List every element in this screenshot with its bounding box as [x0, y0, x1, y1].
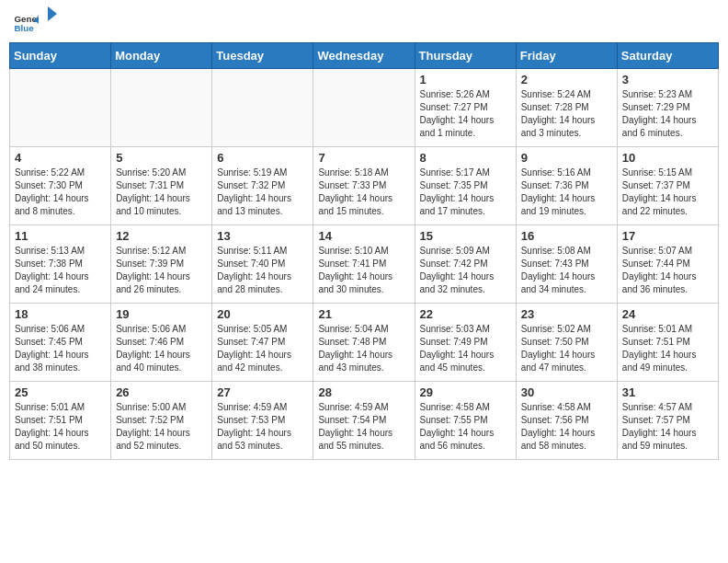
day-info: Sunrise: 5:06 AMSunset: 7:45 PMDaylight:…	[15, 323, 106, 374]
day-info: Sunrise: 5:06 AMSunset: 7:46 PMDaylight:…	[116, 323, 207, 374]
day-cell: 17Sunrise: 5:07 AMSunset: 7:44 PMDayligh…	[617, 225, 718, 304]
day-number: 25	[15, 385, 106, 399]
day-info: Sunrise: 4:59 AMSunset: 7:53 PMDaylight:…	[217, 401, 308, 453]
week-row-2: 4Sunrise: 5:22 AMSunset: 7:30 PMDaylight…	[10, 147, 719, 225]
day-cell: 10Sunrise: 5:15 AMSunset: 7:37 PMDayligh…	[617, 147, 718, 225]
day-info: Sunrise: 4:58 AMSunset: 7:55 PMDaylight:…	[420, 401, 511, 453]
day-cell: 23Sunrise: 5:02 AMSunset: 7:50 PMDayligh…	[516, 304, 617, 382]
day-info: Sunrise: 5:05 AMSunset: 7:47 PMDaylight:…	[217, 323, 308, 374]
day-cell: 26Sunrise: 5:00 AMSunset: 7:52 PMDayligh…	[111, 382, 212, 460]
day-header-sunday: Sunday	[10, 43, 111, 69]
svg-marker-3	[48, 6, 57, 21]
day-cell: 9Sunrise: 5:16 AMSunset: 7:36 PMDaylight…	[516, 147, 617, 225]
day-cell: 24Sunrise: 5:01 AMSunset: 7:51 PMDayligh…	[617, 304, 718, 382]
day-info: Sunrise: 5:26 AMSunset: 7:27 PMDaylight:…	[420, 88, 511, 140]
day-number: 17	[622, 229, 713, 243]
day-number: 29	[420, 385, 511, 399]
day-cell	[313, 69, 415, 147]
day-number: 19	[116, 307, 207, 321]
day-cell: 5Sunrise: 5:20 AMSunset: 7:31 PMDaylight…	[111, 147, 212, 225]
day-cell	[111, 69, 212, 147]
day-info: Sunrise: 5:16 AMSunset: 7:36 PMDaylight:…	[521, 167, 612, 218]
day-number: 28	[318, 385, 409, 399]
day-cell: 11Sunrise: 5:13 AMSunset: 7:38 PMDayligh…	[10, 225, 111, 304]
day-info: Sunrise: 4:57 AMSunset: 7:57 PMDaylight:…	[622, 401, 713, 453]
day-number: 9	[521, 151, 612, 165]
day-info: Sunrise: 5:01 AMSunset: 7:51 PMDaylight:…	[15, 401, 106, 453]
day-cell: 16Sunrise: 5:08 AMSunset: 7:43 PMDayligh…	[516, 225, 617, 304]
day-cell: 19Sunrise: 5:06 AMSunset: 7:46 PMDayligh…	[111, 304, 212, 382]
day-number: 26	[116, 385, 207, 399]
week-row-1: 1Sunrise: 5:26 AMSunset: 7:27 PMDaylight…	[10, 69, 719, 147]
logo-flag-icon	[39, 6, 57, 34]
day-cell: 31Sunrise: 4:57 AMSunset: 7:57 PMDayligh…	[617, 382, 718, 460]
day-header-monday: Monday	[111, 43, 212, 69]
day-number: 22	[420, 307, 511, 321]
day-info: Sunrise: 5:08 AMSunset: 7:43 PMDaylight:…	[521, 245, 612, 296]
week-row-3: 11Sunrise: 5:13 AMSunset: 7:38 PMDayligh…	[10, 225, 719, 304]
day-cell: 12Sunrise: 5:12 AMSunset: 7:39 PMDayligh…	[111, 225, 212, 304]
calendar: SundayMondayTuesdayWednesdayThursdayFrid…	[9, 42, 719, 460]
day-number: 6	[217, 151, 308, 165]
day-cell: 20Sunrise: 5:05 AMSunset: 7:47 PMDayligh…	[212, 304, 313, 382]
day-number: 15	[420, 229, 511, 243]
day-cell: 13Sunrise: 5:11 AMSunset: 7:40 PMDayligh…	[212, 225, 313, 304]
day-number: 1	[420, 73, 511, 86]
day-info: Sunrise: 5:19 AMSunset: 7:32 PMDaylight:…	[217, 167, 308, 218]
day-cell: 30Sunrise: 4:58 AMSunset: 7:56 PMDayligh…	[516, 382, 617, 460]
day-number: 12	[116, 229, 207, 243]
day-info: Sunrise: 5:02 AMSunset: 7:50 PMDaylight:…	[521, 323, 612, 374]
day-number: 13	[217, 229, 308, 243]
day-number: 7	[318, 151, 409, 165]
day-number: 21	[318, 307, 409, 321]
day-header-thursday: Thursday	[415, 43, 516, 69]
day-number: 30	[521, 385, 612, 399]
day-cell: 2Sunrise: 5:24 AMSunset: 7:28 PMDaylight…	[516, 69, 617, 147]
day-cell: 14Sunrise: 5:10 AMSunset: 7:41 PMDayligh…	[313, 225, 415, 304]
day-info: Sunrise: 5:23 AMSunset: 7:29 PMDaylight:…	[622, 88, 713, 140]
day-cell: 28Sunrise: 4:59 AMSunset: 7:54 PMDayligh…	[313, 382, 415, 460]
day-number: 14	[318, 229, 409, 243]
logo-icon: General Blue	[13, 9, 39, 35]
day-cell: 3Sunrise: 5:23 AMSunset: 7:29 PMDaylight…	[617, 69, 718, 147]
day-cell: 7Sunrise: 5:18 AMSunset: 7:33 PMDaylight…	[313, 147, 415, 225]
day-info: Sunrise: 5:17 AMSunset: 7:35 PMDaylight:…	[420, 167, 511, 218]
day-header-friday: Friday	[516, 43, 617, 69]
day-number: 23	[521, 307, 612, 321]
day-number: 27	[217, 385, 308, 399]
day-cell: 27Sunrise: 4:59 AMSunset: 7:53 PMDayligh…	[212, 382, 313, 460]
day-header-wednesday: Wednesday	[313, 43, 415, 69]
logo: General Blue	[13, 9, 57, 35]
day-info: Sunrise: 5:09 AMSunset: 7:42 PMDaylight:…	[420, 245, 511, 296]
day-info: Sunrise: 5:12 AMSunset: 7:39 PMDaylight:…	[116, 245, 207, 296]
day-number: 24	[622, 307, 713, 321]
day-info: Sunrise: 5:11 AMSunset: 7:40 PMDaylight:…	[217, 245, 308, 296]
day-number: 10	[622, 151, 713, 165]
header: General Blue	[9, 9, 719, 35]
day-number: 8	[420, 151, 511, 165]
day-number: 31	[622, 385, 713, 399]
day-info: Sunrise: 4:58 AMSunset: 7:56 PMDaylight:…	[521, 401, 612, 453]
day-cell: 29Sunrise: 4:58 AMSunset: 7:55 PMDayligh…	[415, 382, 516, 460]
day-header-tuesday: Tuesday	[212, 43, 313, 69]
day-number: 5	[116, 151, 207, 165]
day-number: 16	[521, 229, 612, 243]
day-header-saturday: Saturday	[617, 43, 718, 69]
day-info: Sunrise: 5:03 AMSunset: 7:49 PMDaylight:…	[420, 323, 511, 374]
day-cell	[10, 69, 111, 147]
day-info: Sunrise: 5:07 AMSunset: 7:44 PMDaylight:…	[622, 245, 713, 296]
day-cell: 22Sunrise: 5:03 AMSunset: 7:49 PMDayligh…	[415, 304, 516, 382]
day-info: Sunrise: 4:59 AMSunset: 7:54 PMDaylight:…	[318, 401, 409, 453]
day-cell: 6Sunrise: 5:19 AMSunset: 7:32 PMDaylight…	[212, 147, 313, 225]
day-info: Sunrise: 5:22 AMSunset: 7:30 PMDaylight:…	[15, 167, 106, 218]
day-info: Sunrise: 5:04 AMSunset: 7:48 PMDaylight:…	[318, 323, 409, 374]
day-number: 2	[521, 73, 612, 86]
day-number: 18	[15, 307, 106, 321]
svg-text:Blue: Blue	[14, 23, 34, 33]
day-number: 11	[15, 229, 106, 243]
day-cell: 15Sunrise: 5:09 AMSunset: 7:42 PMDayligh…	[415, 225, 516, 304]
day-cell: 1Sunrise: 5:26 AMSunset: 7:27 PMDaylight…	[415, 69, 516, 147]
day-info: Sunrise: 5:01 AMSunset: 7:51 PMDaylight:…	[622, 323, 713, 374]
week-row-5: 25Sunrise: 5:01 AMSunset: 7:51 PMDayligh…	[10, 382, 719, 460]
day-info: Sunrise: 5:20 AMSunset: 7:31 PMDaylight:…	[116, 167, 207, 218]
